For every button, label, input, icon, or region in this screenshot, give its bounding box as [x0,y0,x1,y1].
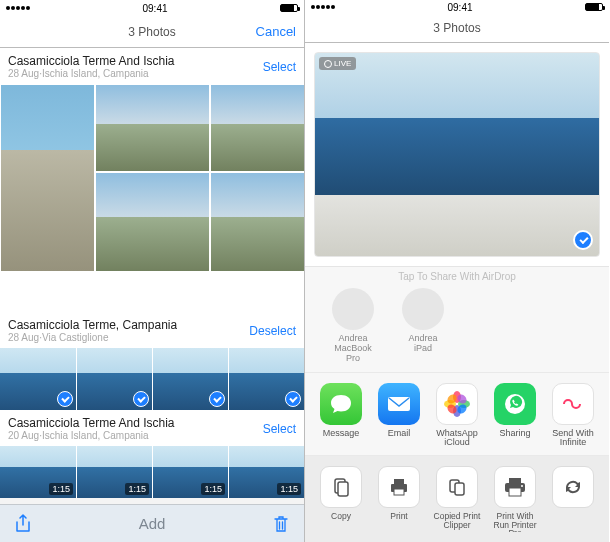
print-icon [378,466,420,508]
photo-selection-body: Casamicciola Terme And Ischia 28 Aug·Isc… [0,48,304,504]
airdrop-target[interactable]: AndreaiPad [397,288,449,364]
avatar-icon [402,288,444,330]
photo-thumbnail[interactable] [210,84,304,172]
photo-strip: 1:15 1:15 1:15 1:15 [0,446,304,498]
message-icon [320,383,362,425]
photo-thumbnail[interactable] [210,172,304,272]
video-thumbnail[interactable]: 1:15 [152,446,228,498]
avatar-icon [332,288,374,330]
status-bar: 09:41 [305,0,609,14]
select-section-button[interactable]: Select [263,422,296,436]
photo-strip [0,348,304,410]
action-label: Copy [331,512,351,532]
signal-dots-icon [311,5,335,9]
share-sheet: Tap To Share With AirDrop AndreaMacBook … [305,266,609,542]
copies-icon [436,466,478,508]
photo-thumbnail[interactable] [95,84,210,172]
photo-thumbnail[interactable] [76,348,152,410]
duration-badge: 1:15 [201,483,225,495]
live-badge-icon: LIVE [319,57,356,70]
action-printer-pro[interactable]: Print With Run Printer Pro Workflow [491,466,539,532]
airdrop-label: AndreaiPad [408,334,437,354]
share-app-icloud-photos[interactable]: WhatsApp iCloud Photos [433,383,481,447]
preview-photo[interactable]: LIVE [314,52,600,257]
cancel-button[interactable]: Cancel [226,24,296,39]
airdrop-row: AndreaMacBook Pro AndreaiPad [305,288,609,372]
bottom-toolbar: Add [0,504,304,542]
phone-left-selection: 09:41 3 Photos Cancel Casamicciola Terme… [0,0,305,542]
checkmark-icon [285,391,301,407]
section-title: Casamicciola Terme, Campania [8,318,177,332]
photo-grid [0,84,304,272]
section-subtitle: 20 Aug·Ischia Island, Campania [8,430,175,441]
section-header: Casamicciola Terme And Ischia 28 Aug·Isc… [0,48,304,84]
duration-badge: 1:15 [277,483,301,495]
action-copy[interactable]: Copy [317,466,365,532]
section-subtitle: 28 Aug·Ischia Island, Campania [8,68,175,79]
action-clipper[interactable]: Copied Print Clipper [433,466,481,532]
svg-rect-11 [338,482,348,496]
status-time: 09:41 [142,3,167,14]
video-thumbnail[interactable]: 1:15 [228,446,304,498]
share-app-infinite[interactable]: Send With Infinite [549,383,597,447]
airdrop-label: AndreaMacBook Pro [327,334,379,364]
status-right [585,3,603,11]
preview-area: LIVE [305,43,609,266]
svg-rect-18 [509,478,521,483]
checkmark-icon [209,391,225,407]
checkmark-icon [133,391,149,407]
photo-thumbnail[interactable] [95,172,210,272]
status-bar: 09:41 [0,0,304,16]
copy-icon [320,466,362,508]
section-header: Casamicciola Terme And Ischia 20 Aug·Isc… [0,410,304,446]
app-label: Email [388,429,411,447]
add-button[interactable]: Add [0,515,304,532]
video-thumbnail[interactable]: 1:15 [0,446,76,498]
status-right [280,4,298,12]
airdrop-target[interactable]: AndreaMacBook Pro [327,288,379,364]
photo-thumbnail[interactable] [0,348,76,410]
action-print[interactable]: Print [375,466,423,532]
section-title: Casamicciola Terme And Ischia [8,54,175,68]
phone-right-share: 09:41 3 Photos LIVE Tap To Share With Ai… [305,0,609,542]
sync-icon [552,466,594,508]
share-app-whatsapp[interactable]: Sharing [491,383,539,447]
action-label: Copied Print Clipper [433,512,481,532]
battery-icon [585,3,603,11]
duration-badge: 1:15 [49,483,73,495]
share-apps-row: Message Email [305,372,609,456]
deselect-section-button[interactable]: Deselect [249,324,296,338]
whatsapp-icon [494,383,536,425]
nav-bar: 3 Photos Cancel [0,16,304,48]
nav-title: 3 Photos [433,21,480,35]
action-workflow[interactable] [549,466,597,532]
select-section-button[interactable]: Select [263,60,296,74]
photos-icon [436,383,478,425]
photo-thumbnail[interactable] [152,348,228,410]
app-label: Sharing [499,429,530,447]
action-label: Print With Run Printer Pro Workflow [491,512,539,532]
photo-thumbnail[interactable] [228,348,304,410]
section-subtitle: 28 Aug·Via Castiglione [8,332,177,343]
printer-icon [494,466,536,508]
section-title: Casamicciola Terme And Ischia [8,416,175,430]
app-label: WhatsApp iCloud Photos [433,429,481,447]
app-label: Message [323,429,360,447]
checkmark-icon [57,391,73,407]
video-thumbnail[interactable]: 1:15 [76,446,152,498]
infinite-icon [552,383,594,425]
status-time: 09:41 [447,2,472,13]
svg-rect-19 [509,488,521,496]
mail-icon [378,383,420,425]
share-app-message[interactable]: Message [317,383,365,447]
nav-bar: 3 Photos [305,14,609,43]
share-body: LIVE Tap To Share With AirDrop AndreaMac… [305,43,609,542]
app-label: Send With Infinite [549,429,597,447]
share-app-email[interactable]: Email [375,383,423,447]
checkmark-icon [573,230,593,250]
svg-rect-14 [394,489,404,495]
action-label: Print [390,512,407,532]
status-left [311,5,335,9]
photo-thumbnail[interactable] [0,84,95,272]
blank-gap [0,272,304,312]
